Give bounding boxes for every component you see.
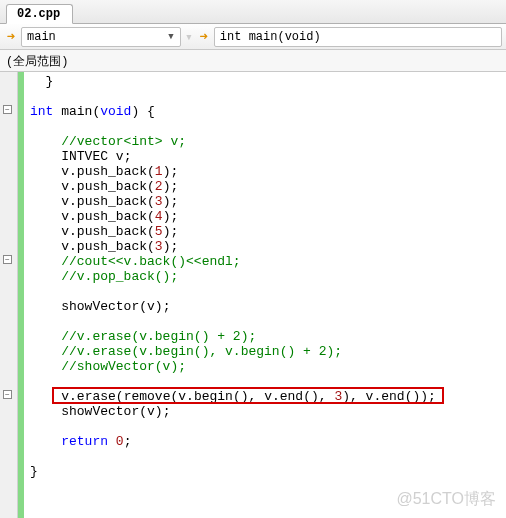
- tok-sym: (: [139, 404, 147, 419]
- code-line: }: [30, 464, 38, 479]
- tok-sym: .: [69, 194, 77, 209]
- function-combo[interactable]: int main(void): [214, 27, 502, 47]
- scope-combo[interactable]: main ▼: [21, 27, 181, 47]
- tok-ident: v: [30, 224, 69, 239]
- scope-text: (全局范围): [6, 55, 68, 69]
- tok-sym: );: [163, 179, 179, 194]
- code-text[interactable]: } int main(void) { //vector<int> v; INTV…: [24, 72, 506, 518]
- tab-bar: 02.cpp: [0, 0, 506, 24]
- tok-number: 4: [155, 209, 163, 224]
- fold-gutter: − − −: [0, 72, 18, 518]
- tok-ident: end: [381, 389, 404, 404]
- fold-toggle[interactable]: −: [3, 390, 12, 399]
- tok-ident: push_back: [77, 224, 147, 239]
- tok-keyword: void: [100, 104, 131, 119]
- fold-toggle[interactable]: −: [3, 105, 12, 114]
- separator: ▾: [185, 29, 193, 45]
- tok-sp: [108, 434, 116, 449]
- tok-sym: .: [186, 389, 194, 404]
- tok-ident: push_back: [77, 239, 147, 254]
- tok-ident: push_back: [77, 179, 147, 194]
- tok-ident: showVector: [30, 404, 139, 419]
- tok-sym: .: [69, 209, 77, 224]
- function-combo-label: int main(void): [220, 30, 321, 44]
- tok-number: 3: [155, 239, 163, 254]
- tok-ident: v: [178, 389, 186, 404]
- code-editor[interactable]: − − − } int main(void) { //vector<int> v…: [0, 72, 506, 518]
- tok-number: 0: [116, 434, 124, 449]
- tok-comment: //v.erase(v.begin(), v.begin() + 2);: [30, 344, 342, 359]
- tok-ident: end: [280, 389, 303, 404]
- tok-ident: push_back: [77, 194, 147, 209]
- tok-keyword: return: [61, 434, 108, 449]
- tok-sym: .: [69, 239, 77, 254]
- tok-sym: (: [116, 389, 124, 404]
- tok-comment: //v.pop_back();: [30, 269, 178, 284]
- navigation-bar: ➜ main ▼ ▾ ➜ int main(void): [0, 24, 506, 50]
- fold-toggle[interactable]: −: [3, 255, 12, 264]
- tok-sym: (: [147, 179, 155, 194]
- tok-indent: [30, 434, 61, 449]
- tok-comment: //v.erase(v.begin() + 2);: [30, 329, 256, 344]
- tok-ident: v: [147, 299, 155, 314]
- tok-ident: v: [30, 194, 69, 209]
- tok-comment: //vector<int> v;: [30, 134, 186, 149]
- tok-ident: push_back: [77, 209, 147, 224]
- tok-sym: (),: [233, 389, 264, 404]
- tok-sym: (: [147, 224, 155, 239]
- tok-sym: );: [163, 209, 179, 224]
- tok-ident: INTVEC v: [30, 149, 124, 164]
- tok-sym: ());: [405, 389, 436, 404]
- scope-selector[interactable]: ➜ main ▼: [4, 27, 181, 47]
- tok-sym: ),: [342, 389, 365, 404]
- tok-sym: ) {: [131, 104, 154, 119]
- tok-sym: .: [69, 389, 77, 404]
- tok-number: 5: [155, 224, 163, 239]
- tok-sym: (: [147, 209, 155, 224]
- tok-ident: showVector: [30, 299, 139, 314]
- tok-sym: (),: [303, 389, 334, 404]
- tok-ident: v: [30, 239, 69, 254]
- tok-ident: begin: [194, 389, 233, 404]
- tok-sym: );: [163, 239, 179, 254]
- tok-keyword: int: [30, 104, 53, 119]
- scope-combo-label: main: [27, 30, 56, 44]
- tok-number: 3: [155, 194, 163, 209]
- file-tab[interactable]: 02.cpp: [6, 4, 73, 24]
- tok-sym: );: [163, 194, 179, 209]
- tok-sym: );: [163, 164, 179, 179]
- tok-sym: );: [155, 299, 171, 314]
- tok-sym: );: [163, 224, 179, 239]
- tok-ident: remove: [124, 389, 171, 404]
- tok-sym: (: [147, 194, 155, 209]
- code-line: }: [30, 74, 53, 89]
- tok-number: 1: [155, 164, 163, 179]
- tok-ident: v: [30, 209, 69, 224]
- tok-number: 2: [155, 179, 163, 194]
- tok-ident: erase: [77, 389, 116, 404]
- tok-comment: //cout<<v.back()<<endl;: [30, 254, 241, 269]
- tok-ident: v: [30, 164, 69, 179]
- tok-sym: .: [69, 164, 77, 179]
- function-selector[interactable]: ➜ int main(void): [197, 27, 502, 47]
- tok-sym: .: [69, 179, 77, 194]
- tok-sym: (: [139, 299, 147, 314]
- tok-ident: v: [147, 404, 155, 419]
- tok-ident: v: [264, 389, 272, 404]
- tok-ident: v: [30, 389, 69, 404]
- scope-bar: (全局范围): [0, 50, 506, 72]
- tok-sym: (: [147, 239, 155, 254]
- tok-sym: .: [69, 224, 77, 239]
- tok-ident: v: [30, 179, 69, 194]
- tok-comment: //showVector(v);: [30, 359, 186, 374]
- tok-sym: (: [147, 164, 155, 179]
- arrow-right-icon: ➜: [197, 30, 211, 44]
- tok-sym: .: [272, 389, 280, 404]
- tok-ident: main(: [53, 104, 100, 119]
- tok-sym: );: [155, 404, 171, 419]
- tok-sym: ;: [124, 149, 132, 164]
- tok-ident: push_back: [77, 164, 147, 179]
- tok-sym: ;: [124, 434, 132, 449]
- chevron-down-icon: ▼: [164, 30, 178, 44]
- arrow-right-icon: ➜: [4, 30, 18, 44]
